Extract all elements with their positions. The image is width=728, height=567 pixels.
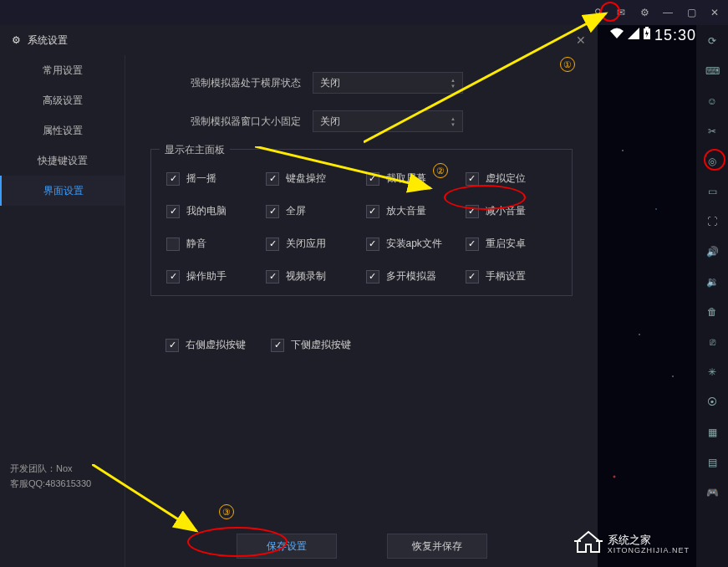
checkbox[interactable]	[266, 270, 279, 284]
check-label: 操作助手	[186, 269, 227, 284]
checkbox[interactable]	[266, 238, 279, 251]
sidebar-item-ui[interactable]: 界面设置	[0, 176, 125, 206]
check-item: 键盘操控	[266, 171, 357, 186]
gear-small-icon: ⚙	[12, 34, 21, 46]
robot-icon[interactable]: ☺	[703, 92, 721, 110]
checkbox[interactable]	[366, 172, 379, 186]
sidebar-label: 快捷键设置	[38, 154, 88, 168]
gear-icon[interactable]: ⚙	[638, 6, 651, 19]
force-size-select[interactable]: 关闭 ▲▼	[313, 110, 463, 132]
multi-icon[interactable]: ▤	[703, 453, 721, 472]
checkbox[interactable]	[366, 238, 379, 251]
volume-down-icon[interactable]: 🔉	[703, 273, 721, 291]
spinner-icon: ▲▼	[451, 116, 456, 127]
close-icon[interactable]: ✕	[708, 6, 721, 19]
minimize-icon[interactable]: —	[661, 6, 675, 19]
computer-icon[interactable]: ▭	[703, 182, 721, 201]
save-button[interactable]: 保存设置	[237, 534, 337, 559]
keyboard-icon[interactable]: ⌨	[703, 62, 721, 80]
check-item: 全屏	[266, 204, 357, 218]
check-label: 虚拟定位	[486, 171, 526, 186]
checkbox[interactable]	[271, 339, 284, 352]
record-icon[interactable]: ⦿	[703, 393, 721, 411]
force-landscape-label: 强制模拟器处于横屏状态	[150, 76, 301, 90]
check-label: 下侧虚拟按键	[291, 338, 351, 352]
check-item: 右侧虚拟按键	[165, 338, 246, 352]
checkbox[interactable]	[166, 270, 180, 284]
check-item: 视频录制	[266, 269, 357, 284]
settings-header: ⚙ 系统设置 ✕	[0, 25, 598, 55]
checkbox[interactable]	[366, 205, 379, 218]
signal-icon	[628, 28, 639, 43]
check-label: 放大音量	[386, 204, 426, 218]
group-title: 显示在主面板	[160, 143, 230, 157]
check-label: 右侧虚拟按键	[186, 338, 246, 352]
fullscreen-icon[interactable]: ⛶	[703, 212, 721, 231]
select-value: 关闭	[320, 76, 340, 90]
spinner-icon: ▲▼	[451, 78, 456, 89]
checkbox[interactable]	[266, 205, 279, 218]
check-item: 操作助手	[166, 269, 257, 284]
check-item: 下侧虚拟按键	[271, 338, 351, 352]
sidebar-item-shortcuts[interactable]: 快捷键设置	[0, 146, 125, 176]
sidebar-item-properties[interactable]: 属性设置	[0, 115, 125, 146]
checkbox[interactable]	[466, 270, 479, 284]
check-item: 重启安卓	[466, 237, 557, 251]
checkbox[interactable]	[366, 270, 379, 284]
check-label: 减小音量	[486, 204, 526, 218]
check-label: 视频录制	[286, 269, 326, 284]
check-item: 放大音量	[366, 204, 457, 218]
svg-rect-1	[645, 27, 649, 28]
right-toolbar: ⟳ ⌨ ☺ ✂ ◎ ▭ ⛶ 🔊 🔉 🗑 ⎚ ✳ ⦿ ▦ ▤ 🎮	[696, 25, 728, 567]
check-item: 摇一摇	[166, 171, 257, 186]
settings-close-icon[interactable]: ✕	[576, 33, 586, 47]
battery-icon	[643, 27, 651, 43]
check-item: 截取屏幕	[366, 171, 457, 186]
checkbox[interactable]	[466, 172, 479, 186]
support-qq-text: 客服QQ:483615330	[10, 476, 115, 492]
sidebar-label: 常用设置	[43, 64, 83, 78]
check-label: 静音	[186, 237, 206, 251]
mail-icon[interactable]: ✉	[614, 6, 628, 19]
screenshot-icon[interactable]: ▦	[703, 423, 721, 442]
main-panel-group: 显示在主面板 摇一摇键盘操控截取屏幕虚拟定位我的电脑全屏放大音量减小音量静音关闭…	[150, 149, 573, 296]
trash-icon[interactable]: 🗑	[703, 303, 721, 321]
check-label: 全屏	[286, 204, 306, 218]
checkbox[interactable]	[266, 172, 279, 186]
pin-icon[interactable]: ⚲	[591, 6, 604, 19]
force-landscape-select[interactable]: 关闭 ▲▼	[313, 72, 463, 94]
reticle-icon[interactable]: ✳	[703, 363, 721, 381]
gamepad-icon[interactable]: 🎮	[703, 483, 721, 502]
force-size-label: 强制模拟器窗口大小固定	[150, 115, 301, 129]
check-label: 手柄设置	[486, 269, 526, 284]
checkbox[interactable]	[166, 172, 180, 186]
check-label: 关闭应用	[286, 237, 326, 251]
check-label: 截取屏幕	[386, 171, 426, 186]
sidebar-item-common[interactable]: 常用设置	[0, 55, 125, 85]
check-label: 重启安卓	[486, 237, 526, 251]
watermark-url: XITONGZHIJIA.NET	[608, 547, 690, 555]
checkbox[interactable]	[165, 339, 179, 352]
home-icon	[574, 529, 603, 560]
window-title: 系统设置	[28, 33, 68, 48]
volume-up-icon[interactable]: 🔊	[703, 243, 721, 261]
sidebar-label: 高级设置	[43, 94, 83, 108]
checkbox[interactable]	[166, 205, 180, 218]
sidebar-label: 属性设置	[43, 124, 83, 138]
rotate-icon[interactable]: ⟳	[703, 32, 721, 50]
scissors-icon[interactable]: ✂	[703, 122, 721, 140]
check-label: 多开模拟器	[386, 269, 436, 284]
apk-icon[interactable]: ⎚	[703, 333, 721, 351]
restore-button[interactable]: 恢复并保存	[387, 534, 487, 559]
maximize-icon[interactable]: ▢	[685, 6, 698, 19]
checkbox[interactable]	[166, 238, 180, 251]
checkbox[interactable]	[466, 238, 479, 251]
checkbox[interactable]	[466, 205, 479, 218]
check-item: 我的电脑	[166, 204, 257, 218]
settings-sidebar: 常用设置 高级设置 属性设置 快捷键设置 界面设置 开发团队：Nox 客服QQ:…	[0, 55, 125, 567]
sidebar-item-advanced[interactable]: 高级设置	[0, 85, 125, 115]
settings-window: ⚙ 系统设置 ✕ 常用设置 高级设置 属性设置 快捷键设置 界面设置 开发团队：…	[0, 25, 598, 567]
sidebar-footer: 开发团队：Nox 客服QQ:483615330	[0, 454, 125, 567]
location-icon[interactable]: ◎	[703, 152, 721, 171]
check-label: 摇一摇	[186, 171, 216, 186]
